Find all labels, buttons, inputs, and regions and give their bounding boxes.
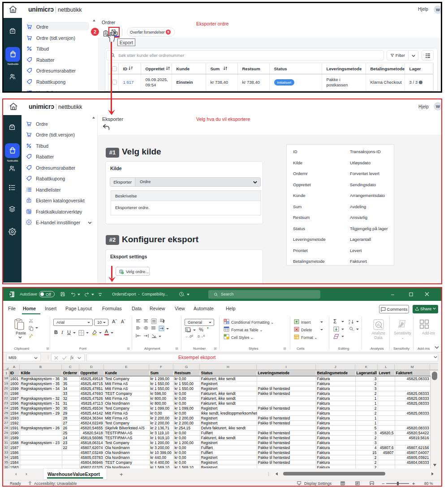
svg-text:$: $: [186, 328, 188, 331]
svg-text:b: b: [163, 320, 164, 322]
svg-text:Z: Z: [349, 322, 350, 324]
